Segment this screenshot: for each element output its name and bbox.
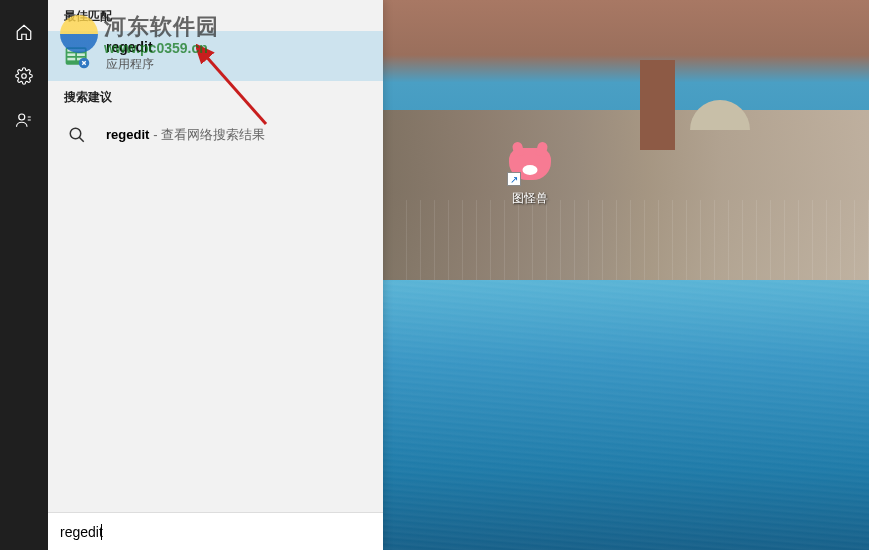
- search-results-area: 最佳匹配 regedit 应用程序 搜索建议: [48, 0, 383, 512]
- result-web-suggest-regedit[interactable]: regedit - 查看网络搜索结果: [48, 112, 383, 158]
- result-subtitle: 应用程序: [106, 56, 154, 73]
- user-icon: [15, 111, 33, 129]
- section-header-best-match: 最佳匹配: [48, 0, 383, 31]
- svg-rect-5: [77, 53, 85, 56]
- start-search-sidebar: [0, 0, 48, 550]
- shortcut-label: 图怪兽: [495, 190, 565, 207]
- result-title: regedit: [106, 39, 154, 55]
- start-search-panel: 最佳匹配 regedit 应用程序 搜索建议: [48, 0, 383, 550]
- sidebar-user-button[interactable]: [0, 98, 48, 142]
- wallpaper-tower: [640, 60, 675, 150]
- svg-rect-3: [67, 49, 85, 52]
- home-icon: [15, 23, 33, 41]
- search-input-box[interactable]: regedit: [48, 512, 383, 550]
- wallpaper-water: [380, 280, 869, 550]
- suggest-term: regedit: [106, 127, 149, 142]
- svg-point-9: [70, 128, 81, 139]
- section-header-suggestions: 搜索建议: [48, 81, 383, 112]
- svg-point-1: [19, 114, 25, 120]
- wallpaper-masts: [400, 200, 869, 290]
- gear-icon: [15, 67, 33, 85]
- regedit-icon: [62, 41, 92, 71]
- svg-rect-4: [67, 53, 75, 56]
- sidebar-settings-button[interactable]: [0, 54, 48, 98]
- result-regedit-app[interactable]: regedit 应用程序: [48, 31, 383, 81]
- svg-point-0: [22, 74, 27, 79]
- suggest-desc: - 查看网络搜索结果: [153, 126, 265, 144]
- shortcut-arrow-badge: ↗: [507, 172, 521, 186]
- desktop-shortcut-tuguaishou[interactable]: ↗ 图怪兽: [495, 140, 565, 207]
- shortcut-icon: ↗: [507, 140, 553, 186]
- search-icon: [62, 120, 92, 150]
- sidebar-home-button[interactable]: [0, 10, 48, 54]
- svg-line-10: [79, 137, 84, 142]
- svg-rect-6: [67, 58, 75, 61]
